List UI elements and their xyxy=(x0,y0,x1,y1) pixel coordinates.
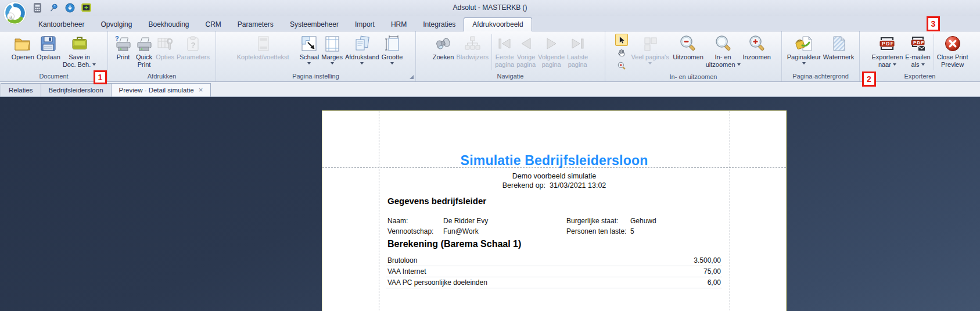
close-print-preview-button[interactable]: Close Print Preview xyxy=(936,33,970,69)
inzoomen-button[interactable]: Inzoomen xyxy=(742,33,772,62)
paginakleur-label: Paginakleur xyxy=(787,53,821,61)
tab-boekhouding[interactable]: Boekhouding xyxy=(140,18,197,31)
tab-opvolging[interactable]: Opvolging xyxy=(92,18,140,31)
tab-crm[interactable]: CRM xyxy=(198,18,229,31)
vennootschap-value: Fun@Work xyxy=(443,227,479,235)
pdf-glyph: PDF xyxy=(882,41,895,47)
dropdown-caret-icon xyxy=(737,63,741,66)
tab-preview-label: Preview - Detail simulatie xyxy=(119,87,194,94)
print-icon: ? xyxy=(114,34,132,53)
print-label: Print xyxy=(117,53,130,61)
zoom-region-button[interactable] xyxy=(615,59,628,72)
close-preview-label-1: Close Print xyxy=(937,53,968,61)
burgerlijke-staat-label: Burgerlijke staat: xyxy=(566,217,618,225)
dialog-launcher-icon[interactable] xyxy=(410,75,414,79)
watermerk-button[interactable]: Watermerk xyxy=(822,33,855,62)
hand-icon xyxy=(617,48,626,58)
exporteren-naar-button[interactable]: PDF Exporteren naar xyxy=(870,33,904,69)
dropdown-caret-icon xyxy=(893,63,896,66)
table-row: VAA PC persoonlijke doeleinden 6,00 xyxy=(386,277,722,288)
close-tab-icon[interactable]: × xyxy=(199,87,203,93)
tab-hrm[interactable]: HRM xyxy=(383,18,415,31)
dropdown-caret-icon xyxy=(390,62,394,65)
dropdown-caret-icon xyxy=(802,62,806,65)
opties-button: Opties xyxy=(155,33,175,62)
save-in-doc-label-1: Save in xyxy=(63,53,96,61)
personen-ten-laste-value: 5 xyxy=(630,227,634,235)
afdrukstand-button[interactable]: Afdrukstand xyxy=(344,33,380,65)
marges-button[interactable]: Marges xyxy=(320,33,344,65)
volgende-label-1: Volgende xyxy=(538,53,565,61)
multiple-pages-icon xyxy=(641,34,659,53)
eerste-pagina-button: Eerste pagina xyxy=(494,33,515,69)
tab-afdrukvoorbeeld[interactable]: Afdrukvoorbeeld xyxy=(464,17,532,31)
tab-preview-detail-simulatie[interactable]: Preview - Detail simulatie × xyxy=(111,83,211,96)
zoeken-button[interactable]: Zoeken xyxy=(432,33,455,62)
parameters-button: ? Parameters xyxy=(175,33,211,62)
opslaan-button[interactable]: Opslaan xyxy=(35,33,62,62)
last-page-icon xyxy=(568,34,587,53)
quick-print-button[interactable]: Quick Print xyxy=(134,33,155,69)
annotation-box-2: 2 xyxy=(862,72,876,87)
row-label: VAA Internet xyxy=(387,267,426,276)
dropdown-caret-icon xyxy=(921,63,925,66)
bladwijzers-label: Bladwijzers xyxy=(456,53,489,61)
inzoomen-label: Inzoomen xyxy=(743,53,771,61)
section-berekening-heading: Berekening (Barema Schaal 1) xyxy=(387,239,521,249)
uitzoomen-button[interactable]: Uitzoomen xyxy=(672,33,705,62)
annotation-box-1: 1 xyxy=(94,70,107,84)
previous-page-icon xyxy=(517,34,536,53)
print-preview-canvas: Simulatie Bedrijfsleidersloon Demo voorb… xyxy=(0,97,980,311)
row-value: 75,00 xyxy=(703,267,721,276)
pointer-tools xyxy=(615,33,629,73)
emailen-als-label-1: E-mailen xyxy=(905,53,930,61)
emailen-als-button[interactable]: PDF E-mailen als xyxy=(904,33,931,69)
tab-import[interactable]: Import xyxy=(347,18,383,31)
tab-parameters[interactable]: Parameters xyxy=(229,18,282,31)
select-pointer-button[interactable] xyxy=(615,34,628,46)
hand-tool-button[interactable] xyxy=(615,47,628,59)
emailen-als-label-2: als xyxy=(911,61,919,69)
dropdown-caret-icon xyxy=(648,62,652,65)
group-in-en-uitzoomen: Veel pagina's Uitzoomen xyxy=(605,31,782,81)
openen-button[interactable]: Openen xyxy=(10,33,35,62)
logo-a-glyph: a xyxy=(9,13,13,20)
tab-relaties[interactable]: Relaties xyxy=(1,83,41,96)
row-value: 6,00 xyxy=(708,278,721,287)
open-folder-icon xyxy=(13,34,32,53)
page-color-icon xyxy=(795,34,813,53)
window-title: Adsolut - MASTERKB () xyxy=(0,3,980,12)
save-in-doc-beh-button[interactable]: Save in Doc. Beh. xyxy=(62,33,97,69)
laatste-label-1: Laatste xyxy=(567,53,588,61)
in-en-uitzoomen-button[interactable]: In- en uitzoomen xyxy=(705,33,742,69)
margins-icon xyxy=(323,34,342,53)
koptekst-voettekst-button: Koptekst/voettekst xyxy=(228,33,299,62)
tab-kantoorbeheer[interactable]: Kantoorbeheer xyxy=(30,18,92,31)
tab-integraties[interactable]: Integraties xyxy=(415,18,464,31)
row-value: 3.500,00 xyxy=(694,256,721,264)
orientation-icon xyxy=(353,34,371,53)
personen-ten-laste-label: Personen ten laste: xyxy=(566,227,626,235)
print-button[interactable]: ? Print xyxy=(113,33,134,62)
adsolut-logo-icon[interactable]: a xyxy=(3,1,27,25)
briefcase-icon xyxy=(70,34,89,53)
berekening-table: Brutoloon 3.500,00 VAA Internet 75,00 VA… xyxy=(386,255,722,288)
group-pagina-achtergrond: Paginakleur Watermerk Pagina-achtergrond xyxy=(782,31,860,81)
group-label-pagina-instelling: Pagina-instelling xyxy=(216,72,415,81)
grootte-label: Grootte xyxy=(382,53,403,61)
exporteren-naar-label-1: Exporteren xyxy=(871,53,903,61)
zoom-out-icon xyxy=(679,34,697,53)
annotation-box-3: 3 xyxy=(927,16,940,31)
tab-systeembeheer[interactable]: Systeembeheer xyxy=(282,18,347,31)
grootte-button[interactable]: Grootte xyxy=(380,33,404,65)
quick-print-label-1: Quick xyxy=(136,53,152,61)
marges-label: Marges xyxy=(321,53,343,61)
uitzoomen-label: Uitzoomen xyxy=(673,53,703,61)
group-label-document: Document xyxy=(0,72,107,81)
in-en-uitzoomen-label-1: In- en xyxy=(706,53,741,61)
schaal-button[interactable]: Schaal xyxy=(299,33,321,65)
paginakleur-button[interactable]: Paginakleur xyxy=(786,33,822,65)
margin-guide-left xyxy=(379,111,379,311)
scale-icon xyxy=(300,34,318,53)
tab-bedrijfsleidersloon[interactable]: Bedrijfsleidersloon xyxy=(41,83,112,96)
